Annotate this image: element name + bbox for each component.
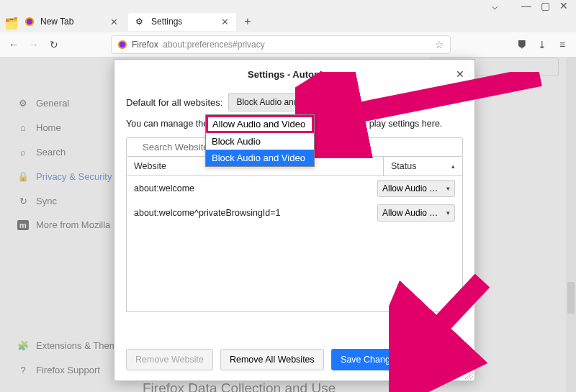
remove-website-button: Remove Website — [126, 349, 213, 370]
tab-settings[interactable]: ⚙ Settings ✕ — [128, 13, 236, 31]
forward-button: → — [27, 39, 40, 50]
status-value: Allow Audio … — [382, 183, 438, 193]
select-value: Block Audio and Video — [236, 97, 323, 107]
svg-point-1 — [27, 19, 32, 24]
new-tab-button[interactable]: + — [239, 15, 256, 28]
cancel-button[interactable]: Cancel — [416, 349, 463, 370]
window-dropdown[interactable]: ⌵ — [488, 0, 501, 12]
close-icon[interactable]: ✕ — [110, 17, 118, 27]
default-autoplay-select[interactable]: Block Audio and Video ▾ — [228, 93, 338, 111]
save-changes-button[interactable]: Save Changes — [331, 349, 409, 370]
row-status-select[interactable]: Allow Audio … ▾ — [377, 204, 455, 222]
dialog-title: Settings - Autoplay — [125, 69, 456, 80]
tab-label: Settings — [151, 17, 182, 27]
autoplay-dropdown-menu: Allow Audio and Video Block Audio Block … — [205, 114, 315, 167]
window-close[interactable]: ✕ — [557, 0, 570, 12]
reload-button[interactable]: ↻ — [48, 39, 60, 50]
close-icon[interactable]: ✕ — [456, 68, 464, 80]
svg-point-3 — [120, 42, 125, 47]
url-identity: Firefox about:preferences#privacy — [132, 40, 265, 50]
autoplay-settings-dialog: Settings - Autoplay ✕ Default for all we… — [114, 59, 475, 381]
chevron-down-icon: ▾ — [446, 209, 450, 216]
table-row[interactable]: about:welcome Allow Audio … ▾ — [127, 176, 462, 201]
status-value: Allow Audio … — [382, 208, 438, 218]
chevron-down-icon: ▾ — [327, 99, 330, 106]
close-icon[interactable]: ✕ — [221, 17, 229, 27]
websites-table: Website Status ▴ about:welcome Allow Aud… — [126, 157, 463, 312]
dropdown-option-allow-all[interactable]: Allow Audio and Video — [206, 115, 314, 133]
dropdown-option-block-audio[interactable]: Block Audio — [206, 133, 314, 150]
default-label: Default for all websites: — [126, 97, 222, 108]
gear-icon: ⚙ — [135, 17, 145, 27]
resize-handle[interactable] — [464, 370, 473, 379]
firefox-icon — [117, 40, 127, 50]
column-status[interactable]: Status ▴ — [383, 157, 462, 176]
column-status-label: Status — [391, 161, 416, 171]
sort-arrow-icon: ▴ — [451, 163, 455, 170]
table-row[interactable]: about:welcome^privateBrowsingId=1 Allow … — [127, 201, 462, 225]
tabs-bar: 🗂️ New Tab ✕ ⚙ Settings ✕ + — [0, 11, 576, 32]
cell-website: about:welcome^privateBrowsingId=1 — [134, 204, 377, 222]
toolbar: ← → ↻ Firefox about:preferences#privacy … — [0, 32, 576, 58]
dropdown-option-block-all[interactable]: Block Audio and Video — [206, 150, 314, 166]
bookmarks-toolbar-icon[interactable]: 🗂️ — [4, 17, 14, 27]
tab-new-tab[interactable]: New Tab ✕ — [17, 13, 125, 31]
chevron-down-icon: ▾ — [446, 185, 450, 192]
bookmark-star-icon[interactable]: ☆ — [435, 39, 444, 50]
remove-all-websites-button[interactable]: Remove All Websites — [220, 349, 324, 370]
firefox-icon — [24, 17, 35, 27]
url-bar[interactable]: Firefox about:preferences#privacy ☆ — [111, 35, 451, 54]
cell-website: about:welcome — [134, 179, 377, 198]
downloads-icon[interactable]: ⤓ — [536, 39, 549, 50]
app-menu-icon[interactable]: ≡ — [556, 39, 569, 50]
shield-icon[interactable]: ⛊ — [516, 39, 528, 50]
tab-label: New Tab — [40, 17, 73, 27]
row-status-select[interactable]: Allow Audio … ▾ — [377, 180, 455, 197]
back-button[interactable]: ← — [7, 39, 20, 50]
window-minimize[interactable]: — — [520, 0, 533, 12]
window-maximize[interactable]: ▢ — [539, 0, 552, 12]
